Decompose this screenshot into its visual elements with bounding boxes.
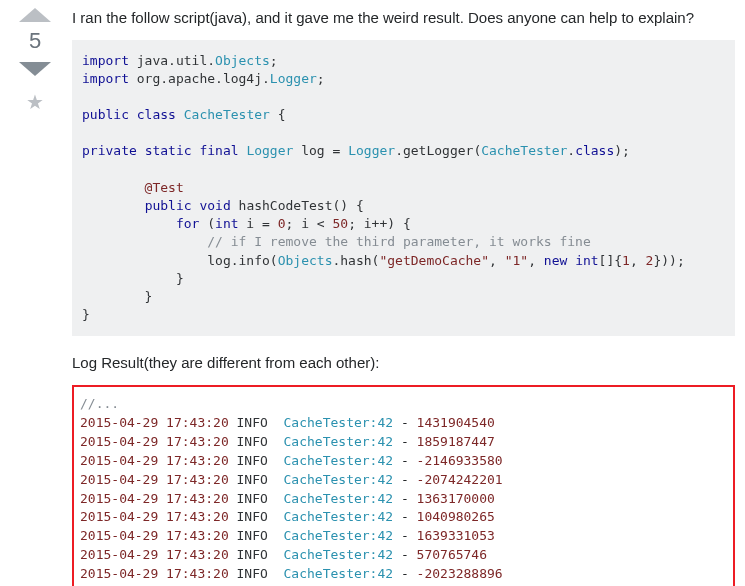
log-class: CacheTester:42 xyxy=(284,491,394,506)
log-hash-value: -2023288896 xyxy=(417,566,503,581)
log-timestamp: 2015-04-29 17:43:20 xyxy=(80,566,229,581)
log-comment-top: //... xyxy=(80,395,727,414)
log-line: 2015-04-29 17:43:20 INFO CacheTester:42 … xyxy=(80,433,727,452)
log-level: INFO xyxy=(237,547,268,562)
log-level: INFO xyxy=(237,453,268,468)
upvote-icon[interactable] xyxy=(19,8,51,22)
log-timestamp: 2015-04-29 17:43:20 xyxy=(80,528,229,543)
post-content: I ran the follow script(java), and it ga… xyxy=(60,8,735,586)
log-level: INFO xyxy=(237,415,268,430)
log-class: CacheTester:42 xyxy=(284,566,394,581)
log-hash-value: 570765746 xyxy=(417,547,487,562)
downvote-icon[interactable] xyxy=(19,62,51,76)
log-level: INFO xyxy=(237,434,268,449)
log-line: 2015-04-29 17:43:20 INFO CacheTester:42 … xyxy=(80,508,727,527)
log-line: 2015-04-29 17:43:20 INFO CacheTester:42 … xyxy=(80,565,727,584)
log-class: CacheTester:42 xyxy=(284,472,394,487)
log-line: 2015-04-29 17:43:20 INFO CacheTester:42 … xyxy=(80,490,727,509)
log-hash-value: 1431904540 xyxy=(417,415,495,430)
log-level: INFO xyxy=(237,509,268,524)
log-timestamp: 2015-04-29 17:43:20 xyxy=(80,415,229,430)
log-timestamp: 2015-04-29 17:43:20 xyxy=(80,491,229,506)
log-timestamp: 2015-04-29 17:43:20 xyxy=(80,509,229,524)
log-line: 2015-04-29 17:43:20 INFO CacheTester:42 … xyxy=(80,452,727,471)
log-line: 2015-04-29 17:43:20 INFO CacheTester:42 … xyxy=(80,471,727,490)
vote-count: 5 xyxy=(29,28,41,54)
log-line: 2015-04-29 17:43:20 INFO CacheTester:42 … xyxy=(80,546,727,565)
log-class: CacheTester:42 xyxy=(284,547,394,562)
log-output-box: //... 2015-04-29 17:43:20 INFO CacheTest… xyxy=(72,385,735,586)
vote-column: 5 ★ xyxy=(10,8,60,586)
log-timestamp: 2015-04-29 17:43:20 xyxy=(80,434,229,449)
question-text: I ran the follow script(java), and it ga… xyxy=(72,8,735,28)
log-hash-value: 1639331053 xyxy=(417,528,495,543)
log-result-label: Log Result(they are different from each … xyxy=(72,354,735,371)
log-hash-value: 1859187447 xyxy=(417,434,495,449)
log-hash-value: -2074242201 xyxy=(417,472,503,487)
log-class: CacheTester:42 xyxy=(284,434,394,449)
log-class: CacheTester:42 xyxy=(284,528,394,543)
log-timestamp: 2015-04-29 17:43:20 xyxy=(80,547,229,562)
log-timestamp: 2015-04-29 17:43:20 xyxy=(80,453,229,468)
log-class: CacheTester:42 xyxy=(284,453,394,468)
log-class: CacheTester:42 xyxy=(284,509,394,524)
log-level: INFO xyxy=(237,472,268,487)
log-hash-value: 1040980265 xyxy=(417,509,495,524)
log-level: INFO xyxy=(237,491,268,506)
log-line: 2015-04-29 17:43:20 INFO CacheTester:42 … xyxy=(80,414,727,433)
log-line: 2015-04-29 17:43:20 INFO CacheTester:42 … xyxy=(80,527,727,546)
favorite-star-icon[interactable]: ★ xyxy=(26,90,44,114)
code-block: import java.util.Objects; import org.apa… xyxy=(72,40,735,337)
log-hash-value: 1363170000 xyxy=(417,491,495,506)
log-timestamp: 2015-04-29 17:43:20 xyxy=(80,472,229,487)
log-level: INFO xyxy=(237,528,268,543)
log-level: INFO xyxy=(237,566,268,581)
log-class: CacheTester:42 xyxy=(284,415,394,430)
log-hash-value: -2146933580 xyxy=(417,453,503,468)
